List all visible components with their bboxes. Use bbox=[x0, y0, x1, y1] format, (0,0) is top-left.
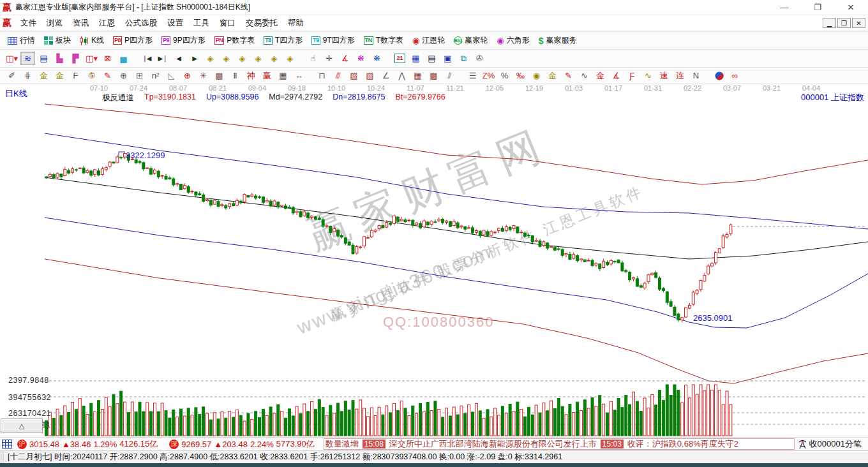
shen-tool[interactable]: 神 bbox=[244, 69, 258, 82]
flower-blue-icon[interactable]: ❋ bbox=[370, 52, 384, 65]
trend-angle-tool[interactable]: ∠ bbox=[378, 69, 393, 82]
step-forward-icon[interactable]: ▶ bbox=[187, 52, 202, 65]
permille-tool[interactable]: ‰ bbox=[513, 69, 528, 82]
wave-line-tool[interactable]: ∿ bbox=[577, 69, 592, 82]
goto-first-icon[interactable]: ❘◀ bbox=[139, 52, 154, 65]
infinity-icon[interactable]: ∞ bbox=[728, 69, 742, 82]
save-icon[interactable]: ▣ bbox=[440, 52, 455, 65]
curve-overlay-icon[interactable]: ≋ bbox=[20, 52, 35, 65]
number-grid-tool[interactable]: ▦ bbox=[276, 69, 290, 82]
toolbar-winner-service[interactable]: $赢家服务 bbox=[535, 34, 581, 47]
crosshair-icon[interactable]: ✛ bbox=[322, 52, 336, 65]
menu-工具[interactable]: 工具 bbox=[188, 16, 214, 31]
compass-tool[interactable]: ⊕ bbox=[116, 69, 131, 82]
export-icon[interactable]: ⧉ bbox=[456, 52, 471, 65]
web-grid-tool[interactable]: ▩ bbox=[212, 69, 227, 82]
list-panel-icon[interactable]: ▤ bbox=[36, 52, 51, 65]
menu-帮助[interactable]: 帮助 bbox=[283, 16, 309, 31]
minimize-button[interactable]: — bbox=[777, 3, 791, 12]
gold-line-tool[interactable]: 金 bbox=[545, 69, 560, 82]
menu-资讯[interactable]: 资讯 bbox=[68, 16, 94, 31]
zoom-left-icon[interactable]: ◈ bbox=[203, 52, 218, 65]
speed-line-tool[interactable]: 速 bbox=[657, 69, 671, 82]
n-wave-tool[interactable]: Ν bbox=[689, 69, 703, 82]
gold-grid-tool[interactable]: 金 bbox=[36, 69, 51, 82]
levels-tool[interactable]: ☰ bbox=[465, 69, 480, 82]
toolbar-9p-square[interactable]: P99P四方形 bbox=[158, 34, 209, 47]
menu-设置[interactable]: 设置 bbox=[162, 16, 188, 31]
web-tool[interactable]: ✳ bbox=[196, 69, 211, 82]
candle-type-dropdown[interactable]: ◫▾ bbox=[84, 52, 99, 65]
toolbar-t-square[interactable]: T8T四方形 bbox=[260, 34, 306, 47]
toolbar-quote-grid[interactable]: 行情 bbox=[4, 34, 39, 47]
toolbar-p-square[interactable]: P8P四方形 bbox=[109, 34, 156, 47]
gold-ring-tool[interactable]: ◉ bbox=[529, 69, 544, 82]
parallel-lines-tool[interactable]: ⫽ bbox=[442, 69, 457, 82]
flower-magenta-icon[interactable]: ❋ bbox=[354, 52, 368, 65]
zigzag-tool[interactable]: ⋀ bbox=[394, 69, 409, 82]
hand-cursor-icon[interactable]: ☝ bbox=[306, 52, 320, 65]
zoom-h-icon[interactable]: ◈ bbox=[235, 52, 250, 65]
ruler-grid-tool[interactable]: ⊞ bbox=[132, 69, 147, 82]
color-histogram-icon[interactable]: ▅ bbox=[116, 52, 131, 65]
fib-fan-tool[interactable]: Ƒ bbox=[625, 69, 640, 82]
kline-style-dropdown[interactable]: ◫▾ bbox=[4, 52, 19, 65]
toolbar-p-number-table[interactable]: PNP数字表 bbox=[211, 34, 259, 47]
price-grid2-tool[interactable]: ▩ bbox=[426, 69, 441, 82]
zoom-right-icon[interactable]: ◈ bbox=[219, 52, 234, 65]
menu-江恩[interactable]: 江恩 bbox=[94, 16, 120, 31]
menu-浏览[interactable]: 浏览 bbox=[41, 16, 68, 31]
gold-wave-tool[interactable]: ∿ bbox=[641, 69, 655, 82]
mdi-close-button[interactable]: ✕ bbox=[852, 18, 865, 28]
gann-fan-tool[interactable]: ⫻ bbox=[331, 69, 345, 82]
spiral-tool[interactable]: ⑤ bbox=[84, 69, 99, 82]
calculator-icon[interactable]: ▦ bbox=[408, 52, 423, 65]
win-tool[interactable]: 赢 bbox=[260, 69, 274, 82]
frame-tool[interactable]: ⊓ bbox=[315, 69, 329, 82]
pattern-x-icon[interactable]: ⊠ bbox=[100, 52, 115, 65]
mdi-minimize-button[interactable]: ▁ bbox=[823, 18, 836, 28]
toolbar-winner-wheel[interactable]: Big赢家轮 bbox=[450, 34, 491, 47]
angle-tool[interactable]: ◺ bbox=[164, 69, 179, 82]
menu-公式选股[interactable]: 公式选股 bbox=[120, 16, 162, 31]
bars-9-icon[interactable]: ▛ bbox=[68, 52, 83, 65]
goto-last-icon[interactable]: ▶❘ bbox=[155, 52, 170, 65]
kline-plot[interactable] bbox=[0, 84, 868, 437]
menu-交易委托[interactable]: 交易委托 bbox=[241, 16, 283, 31]
link-line-tool[interactable]: 连 bbox=[673, 69, 687, 82]
toolbar-gann-wheel[interactable]: ◉江恩轮 bbox=[408, 34, 449, 47]
grid-tool[interactable]: ⋕ bbox=[20, 69, 35, 82]
expand-v-icon[interactable]: ◈ bbox=[267, 52, 281, 65]
compress-icon[interactable]: ◈ bbox=[251, 52, 266, 65]
toolbar-hexagon[interactable]: ◉六角形 bbox=[493, 34, 533, 47]
kline-chart-area[interactable]: 赢家财富网 赢家江恩软件 股票分析软件 江恩工具软件 www.yingjia36… bbox=[0, 84, 868, 437]
price-grid-tool[interactable]: ▦ bbox=[410, 69, 425, 82]
toolbar-t-number-table[interactable]: TNT数字表 bbox=[360, 34, 407, 47]
quote-table-icon[interactable] bbox=[2, 440, 12, 448]
menu-窗口[interactable]: 窗口 bbox=[214, 16, 241, 31]
calendar-icon[interactable]: 21 bbox=[393, 52, 407, 65]
percent-zone-tool[interactable]: Z% bbox=[481, 69, 496, 82]
news-ticker[interactable]: 数量激增15:08深交所中止广西北部湾陆海新能源股份有限公司发行上市15:03收… bbox=[324, 438, 795, 450]
toolbar-kline[interactable]: K线 bbox=[76, 34, 108, 47]
toolbar-blocks[interactable]: 板块 bbox=[40, 34, 75, 47]
toolbar-9t-square[interactable]: T99T四方形 bbox=[308, 34, 359, 47]
step-back-icon[interactable]: ◀ bbox=[171, 52, 186, 65]
fan-box2-tool[interactable]: ▧ bbox=[363, 69, 377, 82]
red-pen-tool[interactable]: ✎ bbox=[100, 69, 115, 82]
print-icon[interactable]: ✇ bbox=[472, 52, 487, 65]
gann-circle-tool[interactable]: ⊕ bbox=[180, 69, 195, 82]
restore-button[interactable]: ❐ bbox=[811, 3, 825, 12]
angle-measure-icon[interactable]: ∡ bbox=[338, 52, 352, 65]
gold-red-tool[interactable]: 金 bbox=[593, 69, 608, 82]
gold-grid2-tool[interactable]: 金 bbox=[52, 69, 67, 82]
menu-文件[interactable]: 文件 bbox=[15, 16, 41, 31]
expand-all-icon[interactable]: ◈ bbox=[283, 52, 297, 65]
pen-tool[interactable]: ✐ bbox=[4, 69, 19, 82]
volume-pane-collapse-button[interactable]: △ bbox=[1, 419, 43, 433]
close-button[interactable]: ✕ bbox=[844, 3, 858, 12]
yinyang-icon[interactable] bbox=[712, 69, 726, 82]
red-angle-tool[interactable]: ∡ bbox=[609, 69, 624, 82]
fibonacci-grid-tool[interactable]: F bbox=[68, 69, 83, 82]
mdi-restore-button[interactable]: ❐ bbox=[837, 18, 851, 28]
